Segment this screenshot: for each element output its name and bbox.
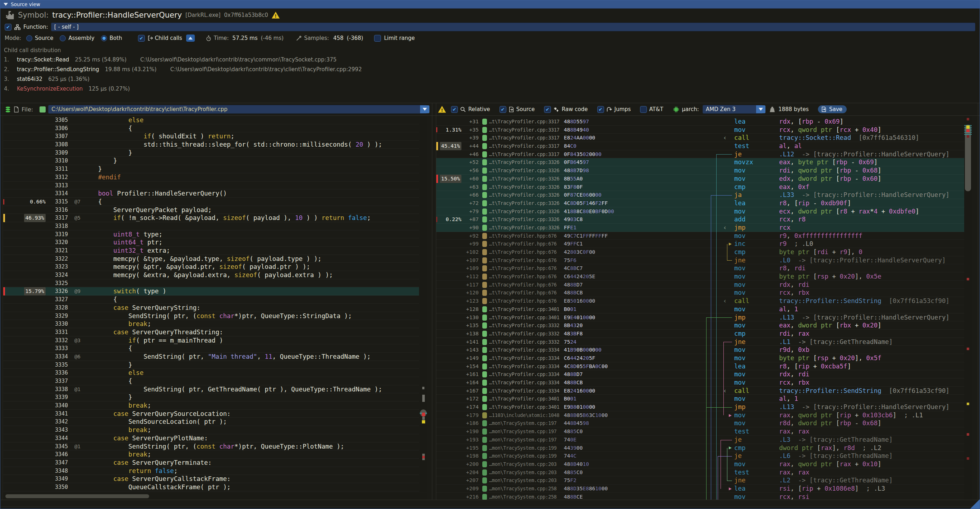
source-horizontal-scrollbar[interactable] <box>3 493 427 499</box>
assembly-vertical-scrollbar[interactable] <box>964 116 972 499</box>
assembly-row[interactable]: +99…t\TracyProfiler.hpp:67649FFC1incr9 ;… <box>436 240 964 248</box>
assembly-row[interactable]: +117…t\TracyProfiler.hpp:676488BD7movrdx… <box>436 281 964 289</box>
assembly-row[interactable]: +186…mon\TracySystem.cpp:197448B4598movr… <box>436 419 964 428</box>
assembly-row[interactable]: +167…t\TracyProfiler.cpp:3334E824160000‹… <box>436 387 964 395</box>
assembly-row[interactable]: +130…t\TracyProfiler.cpp:3401E9E4010000j… <box>436 313 964 322</box>
assembly-row[interactable]: +149…t\TracyProfiler.cpp:3334C64424205Fm… <box>436 354 964 362</box>
assembly-row[interactable]: +128…t\TracyProfiler.cpp:3401B001moval, … <box>436 305 964 313</box>
source-line[interactable]: 3338@1 SendString( ptr, GetThreadName( p… <box>3 385 419 394</box>
source-line[interactable]: 3322 memcpy( &type, &payload.type, sizeo… <box>3 255 419 263</box>
source-line[interactable]: 3343 break; <box>3 426 419 434</box>
source-line[interactable]: 3323 memcpy( &ptr, &payload.ptr, sizeof(… <box>3 263 419 271</box>
source-line[interactable]: 3327 { <box>3 296 419 304</box>
assembly-row[interactable]: +107…t\TracyProfiler.hpp:67675F6jne.L0 -… <box>436 256 964 264</box>
assembly-row[interactable]: 45.41%+44…t\TracyProfiler.cpp:331784C0te… <box>436 142 964 150</box>
source-line[interactable]: 3342 SendSourceLocation( ptr ); <box>3 418 419 426</box>
source-line[interactable]: 3349 case ServerQueryCallstackFrame: <box>3 475 419 483</box>
source-line[interactable]: 3344 case ServerQueryPlotName: <box>3 434 419 442</box>
at-t-checkbox[interactable]: ✔ <box>640 106 647 113</box>
source-line[interactable]: 3305 else <box>3 116 419 124</box>
file-combo[interactable]: C:\Users\wolf\Desktop\darkrl\contrib\tra… <box>48 105 427 114</box>
assembly-row[interactable]: +141…t\TracyProfiler.cpp:33327524jne.L1 … <box>436 338 964 346</box>
assembly-row[interactable]: 1.31%+35…t\TracyProfiler.cpp:3317488B494… <box>436 126 964 134</box>
assembly-row[interactable]: +135…t\TracyProfiler.cpp:33328B4320movea… <box>436 321 964 329</box>
limit-range-checkbox[interactable]: ✔ <box>374 35 381 42</box>
asm-warning-icon[interactable]: ! <box>438 106 446 113</box>
uarch-combo-arrow-icon[interactable] <box>756 105 765 113</box>
scrollbar-thumb[interactable] <box>5 494 149 498</box>
source-line[interactable]: 3337 { <box>3 377 419 385</box>
mode-radio-assembly[interactable] <box>60 35 66 41</box>
source-line[interactable]: 3341 case ServerQuerySourceLocation: <box>3 410 419 418</box>
pane-divider[interactable] <box>432 103 432 499</box>
child-call-item[interactable]: 2.tracy::Profiler::SendLongString19.88 m… <box>4 64 980 74</box>
assembly-row[interactable]: +143…t\TracyProfiler.cpp:333441B90B00000… <box>436 346 964 354</box>
jumps-checkbox[interactable]: ✔ <box>597 106 604 113</box>
source-line[interactable]: 3314bool Profiler::HandleServerQuery() <box>3 189 419 198</box>
assembly-row[interactable]: +120…t\TracyProfiler.hpp:676488BCBmovrcx… <box>436 289 964 297</box>
source-line[interactable]: 3334@6 SendString( ptr, "Main thread", 1… <box>3 353 419 361</box>
assembly-row[interactable]: +172…t\TracyProfiler.cpp:3401B001moval, … <box>436 395 964 403</box>
assembly-row[interactable]: +164…t\TracyProfiler.cpp:3334488BCBmovrc… <box>436 379 964 387</box>
assembly-row[interactable]: +195…mon\TracySystem.cpp:199443900cmpdwo… <box>436 444 964 452</box>
source-line[interactable]: 3339 } <box>3 393 419 401</box>
assembly-row[interactable]: +154…t\TracyProfiler.cpp:33344C8D055FBA0… <box>436 362 964 371</box>
resize-handle[interactable] <box>970 499 980 509</box>
file-combo-arrow-icon[interactable] <box>420 105 430 113</box>
source-line[interactable]: 0.66%3315@7{ <box>3 198 419 206</box>
source-line[interactable]: 3307 if( shouldExit ) return; <box>3 132 419 140</box>
source-line[interactable]: 3340 break; <box>3 401 419 410</box>
assembly-row[interactable]: +52…t\TracyProfiler.cpp:33260FB64597movz… <box>436 158 964 166</box>
assembly-row[interactable]: +207…mon\TracySystem.cpp:20375F2jne.L2 -… <box>436 476 964 485</box>
source-line[interactable]: 3328 case ServerQueryString: <box>3 304 419 312</box>
assembly-row[interactable]: +102…t\TracyProfiler.hpp:67642803C0F00cm… <box>436 248 964 256</box>
source-line[interactable]: 3346 break; <box>3 450 419 459</box>
source-line[interactable]: 3320 uint64_t ptr; <box>3 238 419 247</box>
source-line[interactable]: 3324 memcpy( &extra, &payload.extra, siz… <box>3 271 419 279</box>
save-button[interactable]: Save <box>818 105 847 113</box>
assembly-row[interactable]: +109…t\TracyProfiler.hpp:6764C8BC7movr8,… <box>436 264 964 272</box>
assembly-row[interactable]: +193…mon\TracySystem.cpp:197740Eje.L3 ->… <box>436 436 964 444</box>
assembly-row[interactable]: +200…mon\TracySystem.cpp:203488B4010movr… <box>436 460 964 468</box>
assembly-row[interactable]: +66…t\TracyProfiler.cpp:33260F87CE060000… <box>436 191 964 199</box>
source-line[interactable]: 3306 { <box>3 124 419 133</box>
mode-radio-both[interactable] <box>101 35 107 41</box>
source-checkbox[interactable]: ✔ <box>500 106 506 113</box>
source-line[interactable]: 3331 case ServerQueryThreadString: <box>3 328 419 336</box>
mode-radio-source[interactable] <box>26 35 32 41</box>
source-line[interactable]: 3350 QueueCallstackFrame( ptr ); <box>3 483 419 492</box>
assembly-row[interactable]: +198…mon\TracySystem.cpp:199744Cje.L6 ->… <box>436 452 964 460</box>
assembly-row[interactable]: +63…t\TracyProfiler.cpp:332683F80Fcmpeax… <box>436 183 964 191</box>
assembly-row[interactable]: +190…mon\TracySystem.cpp:1974885C0testra… <box>436 428 964 436</box>
source-line[interactable]: 3316 ServerQueryPacket payload; <box>3 206 419 214</box>
source-line[interactable]: 3335 } <box>3 361 419 369</box>
child-call-item[interactable]: 3.stat64i32625 μs (1.36%) <box>4 74 980 84</box>
source-line[interactable]: 3347 case ServerQueryTerminate: <box>3 459 419 467</box>
assembly-row[interactable]: +138…t\TracyProfiler.cpp:3332483BF8cmprd… <box>436 329 964 338</box>
assembly-row[interactable]: +92…t\TracyProfiler.hpp:67649C7C1FFFFFFF… <box>436 232 964 240</box>
source-line[interactable]: 3330 break; <box>3 320 419 328</box>
assembly-row[interactable]: +112…t\TracyProfiler.hpp:676C64424205Emo… <box>436 272 964 281</box>
source-line[interactable]: 46.93%3317@5 if( !m_sock->Read( &payload… <box>3 214 419 222</box>
source-line[interactable]: 3325 <box>3 279 419 288</box>
raw-code-checkbox[interactable]: ✔ <box>544 106 551 113</box>
assembly-row[interactable]: +204…mon\TracySystem.cpp:2034885C0testra… <box>436 468 964 477</box>
child-calls-checkbox[interactable]: ✔ <box>138 35 145 42</box>
function-checkbox[interactable]: ✔ <box>5 24 11 30</box>
assembly-row[interactable]: +179…1103\include\atomic:1048488B05B63C1… <box>436 411 964 420</box>
assembly-row[interactable]: +72…t\TracyProfiler.cpp:33264C8D05F146F2… <box>436 199 964 207</box>
source-line[interactable]: 3321 uint32_t extra; <box>3 247 419 255</box>
source-line[interactable]: 3336 else <box>3 369 419 377</box>
source-line[interactable]: 3308 std::this_thread::sleep_for( std::c… <box>3 140 419 149</box>
source-vertical-scrollbar[interactable] <box>420 116 427 492</box>
relative-checkbox[interactable]: ✔ <box>451 106 458 113</box>
assembly-row[interactable]: +90…t\TracyProfiler.cpp:3326FFE1‹jmprcx <box>436 224 964 232</box>
source-line[interactable]: 3311} <box>3 165 419 173</box>
source-line[interactable]: 15.79%3326@9 switch( type ) <box>3 287 419 296</box>
assembly-row[interactable]: +46…t\TracyProfiler.cpp:33170F8435020000… <box>436 150 964 159</box>
collapse-triangle-icon[interactable] <box>3 3 8 6</box>
assembly-row[interactable]: +56…t\TracyProfiler.cpp:3326488B7D98movr… <box>436 166 964 175</box>
titlebar[interactable]: Source view <box>0 0 980 9</box>
function-combo[interactable]: [ - self - ] <box>51 23 975 31</box>
child-call-item[interactable]: 4.KeSynchronizeExecution125 μs (0.27%) <box>4 84 980 94</box>
